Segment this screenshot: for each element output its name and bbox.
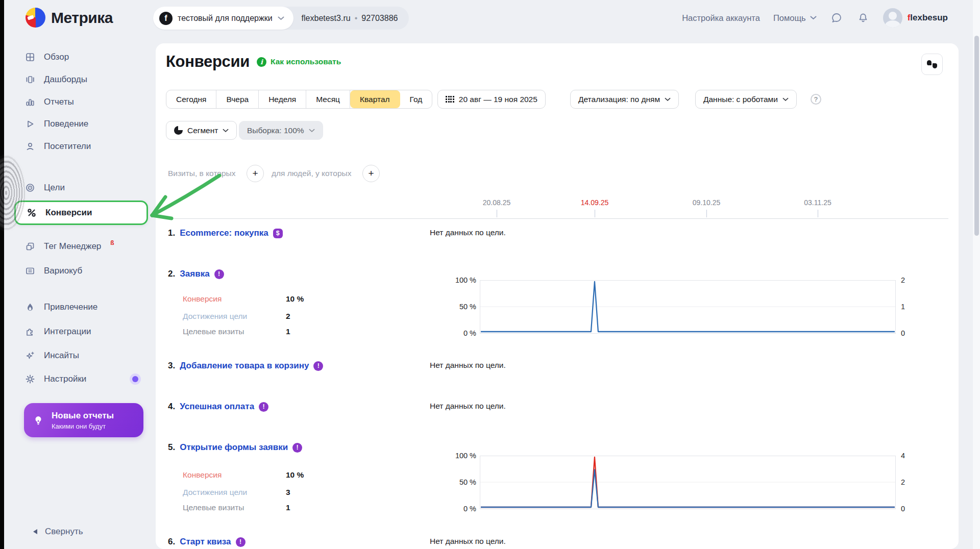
sidebar-item-attraction[interactable]: Привлечение	[14, 298, 148, 316]
chevron-down-icon	[223, 129, 229, 133]
new-reports-title: Новые отчеты	[52, 411, 114, 421]
account-settings-link[interactable]: Настройка аккаунта	[682, 13, 760, 23]
sidebar-item-overview[interactable]: Обзор	[14, 48, 148, 66]
beta-badge: ß	[110, 239, 114, 246]
new-reports-subtitle: Какими они будут	[52, 422, 114, 430]
revenue-goal-badge: $	[273, 229, 283, 238]
settings-notification-dot	[130, 373, 141, 385]
sidebar-item-conversions[interactable]: Конверсии	[14, 201, 148, 225]
axis-line	[173, 218, 948, 219]
goal-link[interactable]: Старт квиза	[180, 537, 231, 547]
triangle-left-icon	[33, 529, 38, 535]
notifications-button[interactable]	[856, 11, 870, 24]
help-link[interactable]: Помощь	[773, 13, 806, 23]
goal-link[interactable]: Заявка	[180, 269, 209, 279]
sampling-button[interactable]: Выборка: 100%	[239, 121, 323, 140]
lightbulb-icon	[32, 414, 44, 427]
stat-label: Конверсия	[183, 294, 222, 304]
conversion-chart[interactable]	[480, 456, 896, 509]
sidebar-item-insights[interactable]: Инсайты	[14, 346, 148, 365]
timeline-axis: 20.08.25 14.09.25 09.10.25 03.11.25	[480, 198, 896, 219]
axis-tick-label: 09.10.25	[688, 198, 725, 207]
percent-icon	[26, 207, 37, 218]
puzzle-icon	[24, 326, 36, 337]
sidebar-item-variocube[interactable]: Вариокуб	[14, 262, 148, 280]
sparkles-icon	[24, 350, 36, 361]
date-range-button[interactable]: 20 авг — 19 ноя 2025	[437, 90, 546, 109]
user-menu[interactable]: flexbesup	[883, 8, 948, 28]
scrollbar-thumb[interactable]	[974, 36, 979, 236]
no-data-message: Нет данных по цели.	[430, 537, 506, 546]
data-robots-select[interactable]: Данные: с роботами	[695, 90, 797, 109]
metrika-logo[interactable]: Метрика	[26, 8, 113, 28]
overview-icon	[24, 52, 36, 63]
tab-quarter[interactable]: Квартал	[350, 90, 400, 108]
help-menu[interactable]: Помощь	[773, 13, 817, 23]
stat-label: Достижения цели	[183, 488, 247, 497]
pie-icon	[174, 126, 183, 135]
retargeting-goal-badge: !	[214, 269, 224, 279]
axis-tick-label: 20.08.25	[478, 198, 515, 207]
stat-label: Целевые визиты	[183, 327, 244, 336]
feedback-button[interactable]	[921, 54, 943, 75]
help-question-icon[interactable]: ?	[811, 94, 821, 105]
counter-site[interactable]: flexbetest3.ru	[302, 14, 351, 23]
sidebar-item-integrations[interactable]: Интеграции	[14, 322, 148, 341]
scrollbar-track[interactable]	[973, 0, 980, 549]
tab-week[interactable]: Неделя	[259, 90, 306, 108]
metrika-logo-icon	[26, 8, 45, 28]
sidebar-item-settings[interactable]: Настройки	[14, 370, 148, 388]
user-name: flexbesup	[908, 13, 948, 23]
goal-link[interactable]: Добавление товара в корзину	[180, 361, 309, 371]
info-icon: i	[257, 57, 266, 67]
chat-bubble-icon	[830, 12, 843, 24]
sidebar-item-tag-manager[interactable]: Тег Менеджер ß	[14, 237, 148, 256]
tag-manager-icon	[24, 241, 36, 252]
retargeting-goal-badge: !	[313, 361, 323, 371]
axis-tick-label-highlighted: 14.09.25	[576, 198, 613, 207]
flame-icon	[24, 302, 36, 313]
retargeting-goal-badge: !	[259, 402, 268, 412]
collapse-sidebar-button[interactable]: Свернуть	[33, 527, 83, 537]
sidebar-item-visitors[interactable]: Посетители	[14, 137, 148, 156]
target-icon	[24, 182, 36, 193]
sidebar: Обзор Дашборды Отчеты Поведение Посетите…	[4, 36, 157, 549]
goal-link[interactable]: Успешная оплата	[180, 402, 254, 412]
conversion-chart[interactable]	[480, 280, 896, 334]
messages-button[interactable]	[830, 11, 843, 24]
stat-value: 1	[286, 503, 290, 512]
detalization-select[interactable]: Детализация: по дням	[570, 90, 679, 109]
counter-switcher[interactable]: f тестовый для поддержки	[153, 7, 293, 30]
counter-name: тестовый для поддержки	[178, 14, 273, 23]
tab-year[interactable]: Год	[400, 90, 432, 108]
how-to-use-link[interactable]: i Как использовать	[257, 57, 341, 67]
logo-text: Метрика	[51, 9, 113, 27]
segment-builder: Визиты, в которых + для людей, у которых…	[156, 165, 959, 183]
variocube-icon	[24, 265, 36, 277]
dashboards-icon	[24, 74, 36, 85]
user-avatar	[883, 8, 902, 28]
sidebar-item-dashboards[interactable]: Дашборды	[14, 70, 148, 89]
goal-link[interactable]: Ecommerce: покупка	[180, 228, 268, 238]
retargeting-goal-badge: !	[292, 443, 302, 453]
goal-link[interactable]: Открытие формы заявки	[180, 442, 288, 453]
sidebar-item-reports[interactable]: Отчеты	[14, 93, 148, 111]
tab-month[interactable]: Месяц	[306, 90, 350, 108]
new-reports-button[interactable]: Новые отчеты Какими они будут	[24, 403, 143, 437]
counter-info: flexbetest3.ru • 92703886	[293, 14, 409, 23]
add-people-condition-button[interactable]: +	[362, 165, 380, 182]
chevron-down-icon	[309, 129, 315, 133]
stat-value: 10 %	[286, 294, 304, 304]
tab-today[interactable]: Сегодня	[166, 90, 216, 108]
thumb-down-icon	[933, 63, 937, 68]
no-data-message: Нет данных по цели.	[430, 361, 506, 370]
sidebar-item-behavior[interactable]: Поведение	[14, 115, 148, 133]
sidebar-item-goals[interactable]: Цели	[14, 179, 148, 197]
stat-label: Целевые визиты	[183, 503, 244, 512]
add-visit-condition-button[interactable]: +	[247, 165, 264, 182]
people-condition-label: для людей, у которых	[272, 165, 351, 182]
counter-avatar: f	[159, 12, 173, 25]
tab-yesterday[interactable]: Вчера	[216, 90, 259, 108]
segment-button[interactable]: Сегмент	[166, 121, 237, 140]
stat-value: 2	[286, 312, 290, 321]
